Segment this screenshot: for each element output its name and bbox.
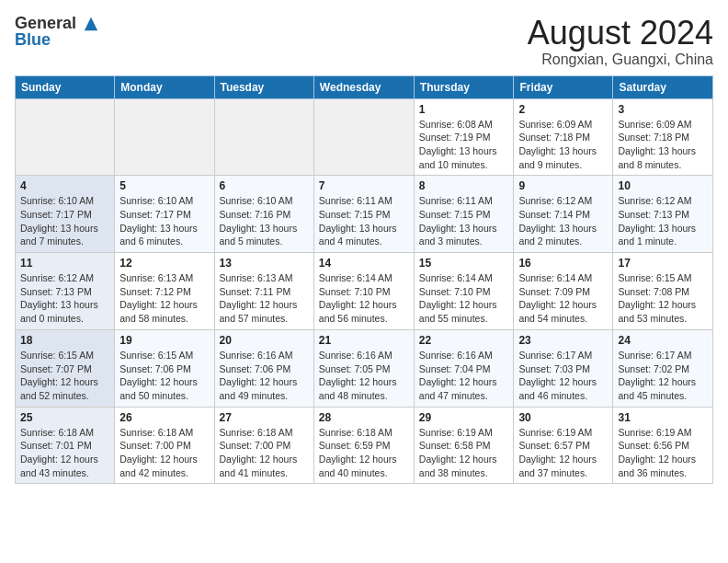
calendar-cell: 12Sunrise: 6:13 AMSunset: 7:12 PMDayligh… — [115, 253, 214, 330]
day-number: 8 — [419, 179, 509, 192]
day-info: Sunrise: 6:18 AMSunset: 7:00 PMDaylight:… — [220, 426, 309, 480]
day-number: 3 — [618, 103, 708, 116]
day-number: 29 — [419, 411, 509, 424]
day-info: Sunrise: 6:15 AMSunset: 7:08 PMDaylight:… — [618, 271, 708, 326]
day-number: 22 — [419, 334, 509, 347]
day-info: Sunrise: 6:10 AMSunset: 7:16 PMDaylight:… — [220, 194, 309, 248]
day-info: Sunrise: 6:11 AMSunset: 7:15 PMDaylight:… — [319, 194, 409, 248]
day-info: Sunrise: 6:17 AMSunset: 7:02 PMDaylight:… — [618, 349, 708, 403]
calendar-cell: 28Sunrise: 6:18 AMSunset: 6:59 PMDayligh… — [313, 407, 414, 484]
day-number: 4 — [20, 179, 109, 192]
day-info: Sunrise: 6:13 AMSunset: 7:12 PMDaylight:… — [119, 271, 209, 326]
day-info: Sunrise: 6:11 AMSunset: 7:15 PMDaylight:… — [419, 194, 509, 248]
weekday-header-tuesday: Tuesday — [214, 75, 313, 98]
calendar-cell: 4Sunrise: 6:10 AMSunset: 7:17 PMDaylight… — [16, 176, 115, 253]
day-number: 1 — [419, 103, 509, 116]
day-info: Sunrise: 6:19 AMSunset: 6:56 PMDaylight:… — [618, 426, 708, 480]
calendar-cell: 27Sunrise: 6:18 AMSunset: 7:00 PMDayligh… — [214, 407, 313, 484]
calendar-week-row: 25Sunrise: 6:18 AMSunset: 7:01 PMDayligh… — [16, 407, 713, 484]
weekday-header-thursday: Thursday — [414, 75, 514, 98]
weekday-header-sunday: Sunday — [16, 75, 115, 98]
day-number: 6 — [220, 179, 309, 192]
calendar-cell: 10Sunrise: 6:12 AMSunset: 7:13 PMDayligh… — [613, 176, 713, 253]
day-number: 21 — [319, 334, 409, 347]
day-info: Sunrise: 6:18 AMSunset: 6:59 PMDaylight:… — [319, 426, 409, 480]
day-number: 20 — [220, 334, 309, 347]
day-number: 10 — [618, 179, 708, 192]
day-number: 7 — [319, 179, 409, 192]
day-info: Sunrise: 6:15 AMSunset: 7:07 PMDaylight:… — [20, 349, 109, 403]
day-number: 26 — [119, 411, 209, 424]
calendar-cell — [214, 98, 313, 176]
day-number: 28 — [319, 411, 409, 424]
day-info: Sunrise: 6:16 AMSunset: 7:04 PMDaylight:… — [419, 349, 509, 403]
calendar-cell: 1Sunrise: 6:08 AMSunset: 7:19 PMDaylight… — [414, 98, 514, 176]
day-info: Sunrise: 6:09 AMSunset: 7:18 PMDaylight:… — [618, 118, 708, 172]
calendar-week-row: 18Sunrise: 6:15 AMSunset: 7:07 PMDayligh… — [16, 329, 713, 407]
calendar-cell: 20Sunrise: 6:16 AMSunset: 7:06 PMDayligh… — [214, 329, 313, 407]
day-info: Sunrise: 6:19 AMSunset: 6:57 PMDaylight:… — [518, 426, 608, 480]
calendar-cell: 22Sunrise: 6:16 AMSunset: 7:04 PMDayligh… — [414, 329, 514, 407]
day-number: 18 — [20, 334, 109, 347]
calendar-cell: 18Sunrise: 6:15 AMSunset: 7:07 PMDayligh… — [16, 329, 115, 407]
day-info: Sunrise: 6:08 AMSunset: 7:19 PMDaylight:… — [419, 118, 509, 172]
day-info: Sunrise: 6:14 AMSunset: 7:09 PMDaylight:… — [518, 271, 608, 326]
weekday-header-saturday: Saturday — [613, 75, 713, 98]
title-area: August 2024 Rongxian, Guangxi, China — [528, 15, 713, 68]
day-info: Sunrise: 6:10 AMSunset: 7:17 PMDaylight:… — [20, 194, 109, 248]
calendar-cell: 26Sunrise: 6:18 AMSunset: 7:00 PMDayligh… — [115, 407, 214, 484]
day-number: 30 — [518, 411, 608, 424]
day-number: 19 — [119, 334, 209, 347]
day-info: Sunrise: 6:15 AMSunset: 7:06 PMDaylight:… — [119, 349, 209, 403]
day-info: Sunrise: 6:18 AMSunset: 7:00 PMDaylight:… — [119, 426, 209, 480]
calendar-cell: 31Sunrise: 6:19 AMSunset: 6:56 PMDayligh… — [613, 407, 713, 484]
calendar-cell: 2Sunrise: 6:09 AMSunset: 7:18 PMDaylight… — [514, 98, 613, 176]
day-number: 14 — [319, 257, 409, 270]
day-info: Sunrise: 6:19 AMSunset: 6:58 PMDaylight:… — [419, 426, 509, 480]
calendar-cell — [313, 98, 414, 176]
day-number: 16 — [518, 257, 608, 270]
day-info: Sunrise: 6:14 AMSunset: 7:10 PMDaylight:… — [419, 271, 509, 326]
day-number: 2 — [518, 103, 608, 116]
day-number: 9 — [518, 179, 608, 192]
day-info: Sunrise: 6:10 AMSunset: 7:17 PMDaylight:… — [119, 194, 209, 248]
calendar-cell: 5Sunrise: 6:10 AMSunset: 7:17 PMDaylight… — [115, 176, 214, 253]
day-info: Sunrise: 6:09 AMSunset: 7:18 PMDaylight:… — [518, 118, 608, 172]
calendar-cell: 13Sunrise: 6:13 AMSunset: 7:11 PMDayligh… — [214, 253, 313, 330]
calendar-title: August 2024 — [528, 15, 713, 52]
page-header: General Blue August 2024 Rongxian, Guang… — [15, 15, 713, 68]
calendar-cell: 15Sunrise: 6:14 AMSunset: 7:10 PMDayligh… — [414, 253, 514, 330]
calendar-week-row: 1Sunrise: 6:08 AMSunset: 7:19 PMDaylight… — [16, 98, 713, 176]
calendar-cell: 8Sunrise: 6:11 AMSunset: 7:15 PMDaylight… — [414, 176, 514, 253]
day-info: Sunrise: 6:16 AMSunset: 7:06 PMDaylight:… — [220, 349, 309, 403]
weekday-header-wednesday: Wednesday — [313, 75, 414, 98]
calendar-cell: 11Sunrise: 6:12 AMSunset: 7:13 PMDayligh… — [16, 253, 115, 330]
weekday-header-friday: Friday — [514, 75, 613, 98]
calendar-table: SundayMondayTuesdayWednesdayThursdayFrid… — [15, 75, 713, 485]
day-number: 11 — [20, 257, 109, 270]
calendar-cell: 21Sunrise: 6:16 AMSunset: 7:05 PMDayligh… — [313, 329, 414, 407]
calendar-cell: 19Sunrise: 6:15 AMSunset: 7:06 PMDayligh… — [115, 329, 214, 407]
calendar-week-row: 4Sunrise: 6:10 AMSunset: 7:17 PMDaylight… — [16, 176, 713, 253]
day-info: Sunrise: 6:17 AMSunset: 7:03 PMDaylight:… — [518, 349, 608, 403]
calendar-week-row: 11Sunrise: 6:12 AMSunset: 7:13 PMDayligh… — [16, 253, 713, 330]
day-info: Sunrise: 6:12 AMSunset: 7:13 PMDaylight:… — [20, 271, 109, 326]
svg-marker-0 — [85, 17, 97, 30]
weekday-header-monday: Monday — [115, 75, 214, 98]
calendar-cell: 25Sunrise: 6:18 AMSunset: 7:01 PMDayligh… — [16, 407, 115, 484]
logo: General Blue — [15, 15, 99, 50]
calendar-cell: 29Sunrise: 6:19 AMSunset: 6:58 PMDayligh… — [414, 407, 514, 484]
calendar-cell: 17Sunrise: 6:15 AMSunset: 7:08 PMDayligh… — [613, 253, 713, 330]
calendar-cell: 6Sunrise: 6:10 AMSunset: 7:16 PMDaylight… — [214, 176, 313, 253]
calendar-cell: 23Sunrise: 6:17 AMSunset: 7:03 PMDayligh… — [514, 329, 613, 407]
calendar-cell: 24Sunrise: 6:17 AMSunset: 7:02 PMDayligh… — [613, 329, 713, 407]
calendar-cell: 14Sunrise: 6:14 AMSunset: 7:10 PMDayligh… — [313, 253, 414, 330]
day-number: 12 — [119, 257, 209, 270]
day-number: 23 — [518, 334, 608, 347]
day-info: Sunrise: 6:16 AMSunset: 7:05 PMDaylight:… — [319, 349, 409, 403]
day-number: 27 — [220, 411, 309, 424]
day-number: 15 — [419, 257, 509, 270]
weekday-header-row: SundayMondayTuesdayWednesdayThursdayFrid… — [16, 75, 713, 98]
day-number: 17 — [618, 257, 708, 270]
calendar-cell: 9Sunrise: 6:12 AMSunset: 7:14 PMDaylight… — [514, 176, 613, 253]
